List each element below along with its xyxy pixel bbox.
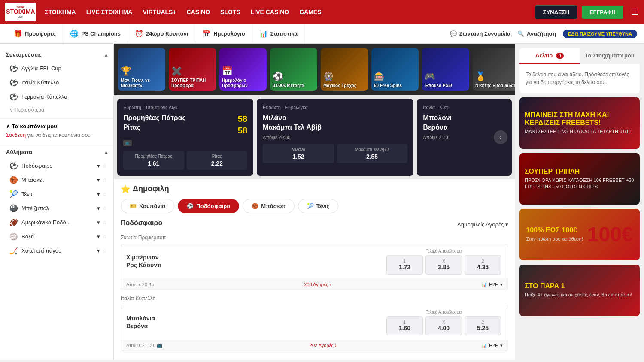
promo-card-4[interactable]: ⚽ 3.000€ Μετρητά [270, 48, 317, 91]
coupon-tab-icon: 🎫 [130, 203, 137, 209]
register-button[interactable]: ΕΓΓΡΑΦΗ [582, 6, 623, 19]
basketball-chevron-icon [97, 177, 100, 183]
nav-menu: ΣΤΟΙΧΗΜΑ LIVE ΣΤΟΙΧΗΜΑ VIRTUALS+ CASINO … [45, 9, 526, 15]
tennis-chevron-icon [97, 191, 100, 197]
promo-banner-para1[interactable]: ΣΤΟ ΠΑΡΑ 1 Παίξε 4+ αγώνες και αν χάσεις… [519, 265, 640, 316]
sidebar-item-football[interactable]: ⚽ Ποδόσφαιρο ☆ [0, 159, 113, 173]
markets-link-2[interactable]: 202 Αγορές › [310, 343, 337, 348]
nav-statistics[interactable]: 📊 Στατιστικά [252, 24, 305, 43]
odd-button-match2-1[interactable]: Μιλάνο 1.52 [263, 144, 334, 163]
nav-stoixima[interactable]: ΣΤΟΙΧΗΜΑ [45, 9, 76, 15]
dropdown-chevron-icon: ▾ [505, 221, 508, 228]
promo-card-1[interactable]: 🏆 Μαν. Γιουν. vs Νιούκαστλ [118, 48, 165, 91]
nav-livecasino[interactable]: LIVE CASINO [251, 9, 289, 15]
site-logo[interactable]: pame STOIXIMA .gr [5, 3, 36, 21]
secondary-navigation: 🎁 Προσφορές 🌐 PS Champions ⏰ 24ωρο Κουπό… [0, 24, 644, 44]
sidebar-item-efl[interactable]: ⚽ Αγγλία EFL Cup [0, 61, 113, 75]
football-tab-icon: ⚽ [187, 203, 194, 209]
tab-basketball[interactable]: 🏀 Μπάσκετ [243, 199, 295, 213]
odd-btn-2-2[interactable]: 2 5.25 [465, 316, 501, 335]
betslip-tab-active[interactable]: Δελτίο 0 [519, 48, 580, 64]
odd-btn-1-2[interactable]: 2 4.35 [465, 255, 501, 275]
promo-card-2[interactable]: ✖️ ΣΟΥΠΕΡ ΤΡΙΠΛΗ Προσφορά [169, 48, 216, 91]
nav-games[interactable]: GAMES [299, 9, 321, 15]
sports-section-header[interactable]: Αθλήματα [0, 145, 113, 159]
h2h-button-1[interactable]: 📊 H2H ▾ [481, 282, 503, 287]
nav-live[interactable]: LIVE ΣΤΟΙΧΗΜΑ [86, 9, 133, 15]
h2h-chevron-icon: ▾ [500, 343, 503, 348]
tab-coupons[interactable]: 🎫 Κουπόνια [121, 199, 174, 213]
tab-tennis[interactable]: 🎾 Τένις [298, 199, 338, 213]
nav-calendar[interactable]: 📅 Ημερολόγιο [195, 24, 252, 43]
nav-slots[interactable]: SLOTS [220, 9, 240, 15]
right-sidebar: Δελτίο 0 Τα Στοιχήματά μου Το δελτίο σου… [515, 44, 644, 360]
bar-chart-icon: 📊 [481, 343, 487, 348]
hamburger-menu-icon[interactable]: ☰ [631, 7, 639, 17]
promo-card-5[interactable]: 🎡 Μαγικός Τροχός [321, 48, 368, 91]
favorite-star-icon: ☆ [103, 220, 107, 226]
clock-icon: ⏰ [135, 30, 143, 38]
nav-ps-champions[interactable]: 🌐 PS Champions [63, 24, 128, 43]
hockey-chevron-icon [97, 247, 100, 254]
matches-next-arrow[interactable]: › [494, 130, 507, 144]
odd-btn-1-1[interactable]: 1 1.72 [386, 255, 423, 275]
bet-row-2: Μπολόνια Βερόνα Τελικό Αποτέλεσμα 1 1.60… [121, 305, 508, 351]
markets-link-1[interactable]: 203 Αγορές › [304, 282, 331, 287]
h2h-button-2[interactable]: 📊 H2H ▾ [481, 343, 503, 348]
shortcuts-section-header[interactable]: Συντομεύσεις [0, 48, 113, 61]
football-icon: ⚽ [9, 162, 18, 170]
sidebar-item-italy-cup[interactable]: ⚽ Ιταλία Κύπελλο [0, 75, 113, 90]
sidebar-item-baseball[interactable]: 🎱 Μπέιζμπολ ☆ [0, 201, 113, 215]
nav-casino[interactable]: CASINO [187, 9, 210, 15]
betslip-tab-my-bets[interactable]: Τα Στοιχήματά μου [580, 48, 640, 64]
popular-markets-dropdown[interactable]: Δημοφιλείς Αγορές ▾ [457, 221, 508, 228]
betslip-tabs: Δελτίο 0 Τα Στοιχήματά μου [519, 48, 640, 64]
promo-card-8[interactable]: 🏅 Νικητής Εβδομάδας [473, 48, 515, 91]
promo-banner-super-triple[interactable]: ΣΟΥΠΕΡ ΤΡΙΠΛΗ ΠΡΟΣΦΟΡΑ ΧΩΡΙΣ ΚΑΤΑΘΕΣΗ 10… [519, 153, 640, 205]
betslip-empty-message: Το δελτίο σου είναι άδειο. Πρόσθεσε επιλ… [519, 64, 640, 93]
promo-card-7[interactable]: 🎮 Έπαθλο PS5! [422, 48, 469, 91]
soccer-icon: ⚽ [9, 64, 18, 72]
coupon-signin-link[interactable]: Σύνδεση [6, 132, 26, 138]
star-icon: ⭐ [121, 184, 130, 194]
shortcuts-more[interactable]: ∨ Περισσότερα [0, 104, 113, 116]
sidebar-item-hockey[interactable]: 🏒 Χόκεϊ επί πάγου ☆ [0, 244, 113, 258]
promo-card-3[interactable]: 📅 Ημερολόγιο Προσφορών [219, 48, 267, 91]
nav-promotions[interactable]: 🎁 Προσφορές [7, 24, 63, 43]
sidebar-item-germany-cup[interactable]: ⚽ Γερμανία Κύπελλο [0, 90, 113, 104]
betslip-box: Δελτίο 0 Τα Στοιχήματά μου Το δελτίο σου… [519, 48, 640, 93]
betslip-count-badge: 0 [556, 53, 564, 59]
favorite-star-icon: ☆ [103, 234, 107, 240]
bar-chart-icon: 📊 [481, 282, 487, 287]
tab-football[interactable]: ⚽ Ποδόσφαιρο [178, 199, 239, 213]
odd-button-match2-2[interactable]: Μακάμπι Τελ Αβίβ 2.55 [337, 144, 408, 163]
sidebar-item-volleyball[interactable]: 🏐 Βόλεϊ ☆ [0, 229, 113, 244]
baseball-icon: 🎱 [9, 204, 18, 212]
favorite-star-icon: ☆ [103, 163, 107, 169]
main-content: 🏆 Μαν. Γιουν. vs Νιούκαστλ ✖️ ΣΟΥΠΕΡ ΤΡΙ… [114, 44, 515, 360]
nav-virtuals[interactable]: VIRTUALS+ [143, 9, 176, 15]
favorite-star-icon: ☆ [103, 191, 107, 197]
globe-icon: 🌐 [70, 30, 79, 38]
coupons-chevron-icon: ∧ [6, 123, 10, 130]
promo-banner-100[interactable]: 100% ΕΩΣ 100€ Στην πρώτη σου κατάθεση! 1… [519, 209, 640, 260]
odd-btn-2-x[interactable]: Χ 4.00 [425, 316, 462, 335]
sidebar-item-tennis[interactable]: 🎾 Τένις ☆ [0, 187, 113, 201]
responsible-gaming-badge[interactable]: ΕΔΩ ΠΑΙΖΟΥΜΕ ΥΠΕΥΘΥΝΑ [563, 30, 637, 38]
promo-card-6[interactable]: 🎰 60 Free Spins [371, 48, 419, 91]
nav-search[interactable]: 🔍 Αναζήτηση [517, 30, 556, 37]
odd-btn-1-x[interactable]: Χ 3.85 [425, 255, 462, 275]
sidebar-item-basketball[interactable]: 🏀 Μπάσκετ ☆ [0, 173, 113, 187]
nav-24hr-coupon[interactable]: ⏰ 24ωρο Κουπόνι [128, 24, 195, 43]
soccer-icon: ⚽ [9, 78, 18, 87]
tennis-icon: 🎾 [9, 190, 18, 198]
sidebar-item-american-football[interactable]: 🏈 Αμερικάνικο Ποδό... ☆ [0, 215, 113, 229]
popular-section: ⭐ Δημοφιλή 🎫 Κουπόνια ⚽ Ποδόσφαιρο 🏀 Μπά… [114, 179, 515, 360]
promo-banner-freebets[interactable]: ΜΠΑΙΝΕΙΣ ΣΤΗ ΜΑΧΗ ΚΑΙ ΚΕΡΔΙΖΕΙΣ FREEBETS… [519, 97, 640, 149]
tv-icon: 📺 [123, 140, 132, 146]
odd-button-match1-1[interactable]: Προμηθέας Πάτρας 1.61 [123, 151, 184, 170]
signin-button[interactable]: ΣΥΝΔΕΣΗ [535, 5, 577, 19]
nav-live-chat[interactable]: 💬 Ζωντανή Συνομιλία [450, 30, 510, 37]
odd-button-match1-2[interactable]: Ρίτας 2.22 [187, 151, 248, 170]
odd-btn-2-1[interactable]: 1 1.60 [386, 316, 423, 335]
